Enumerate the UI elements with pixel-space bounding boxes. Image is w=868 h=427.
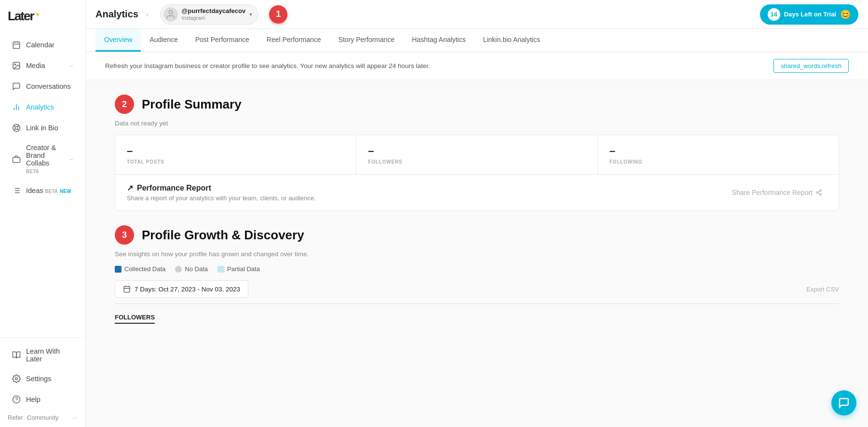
svg-point-10 xyxy=(15,126,18,129)
share-icon xyxy=(815,189,822,196)
trial-label: Days Left on Trial xyxy=(784,11,836,18)
sidebar-item-label: Media xyxy=(26,62,45,69)
help-icon xyxy=(12,395,21,404)
sidebar-item-media[interactable]: Media → xyxy=(4,55,81,76)
chat-fab-icon xyxy=(838,397,850,409)
legend-partial: Partial Data xyxy=(217,265,260,273)
sidebar-item-calendar[interactable]: Calendar xyxy=(4,35,81,55)
account-selector[interactable]: @purrfectdaycafecov Instagram ▾ xyxy=(160,4,259,25)
breadcrumb-chevron: › xyxy=(146,11,149,18)
creator-icon xyxy=(12,154,21,164)
sidebar: Later ✦ Calendar Media → Conversations xyxy=(0,0,86,427)
sidebar-item-label: Analytics xyxy=(26,103,54,111)
legend-no-data: No Data xyxy=(175,265,208,273)
growth-header: 3 Profile Growth & Discovery xyxy=(115,225,839,245)
trend-up-icon: ↗ xyxy=(127,183,133,193)
tab-overview[interactable]: Overview xyxy=(95,29,141,52)
calendar-icon xyxy=(123,285,131,293)
perf-report-title-text: Performance Report xyxy=(137,184,211,193)
main-content: Analytics › @purrfectdaycafecov Instagra… xyxy=(86,0,868,427)
data-status: Data not ready yet xyxy=(115,120,839,127)
sidebar-item-label: Help xyxy=(26,396,41,403)
tab-hashtag-analytics[interactable]: Hashtag Analytics xyxy=(403,29,474,52)
sidebar-item-analytics[interactable]: Analytics xyxy=(4,97,81,117)
sidebar-item-creator-brand[interactable]: Creator & Brand Collabs BETA → xyxy=(4,138,81,180)
sidebar-item-conversations[interactable]: Conversations xyxy=(4,76,81,96)
perf-report-title-row: ↗ Performance Report xyxy=(127,183,727,193)
partial-dot xyxy=(217,266,224,273)
svg-line-13 xyxy=(17,125,19,127)
data-legend: Collected Data No Data Partial Data xyxy=(115,265,839,273)
perf-report-info: ↗ Performance Report Share a report of y… xyxy=(127,183,727,202)
stat-value-followers: – xyxy=(368,145,585,157)
tab-linkin-bio[interactable]: Linkin.bio Analytics xyxy=(475,29,549,52)
growth-title: Profile Growth & Discovery xyxy=(142,228,304,243)
date-range-picker[interactable]: 7 Days: Oct 27, 2023 - Nov 03, 2023 xyxy=(115,280,248,298)
stat-total-posts: – TOTAL POSTS xyxy=(115,135,356,174)
sidebar-item-label: Creator & Brand Collabs BETA xyxy=(26,144,64,175)
no-data-dot xyxy=(175,266,182,273)
sidebar-item-learn[interactable]: Learn With Later xyxy=(4,342,81,368)
conversations-icon xyxy=(12,82,21,91)
banner-text: Refresh your Instagram business or creat… xyxy=(105,62,430,69)
refresh-button[interactable]: shared_words.refresh xyxy=(773,59,849,73)
notification-badge[interactable]: 1 xyxy=(269,5,287,24)
sidebar-item-ideas[interactable]: Ideas BETA NEW xyxy=(4,180,81,201)
account-platform: Instagram xyxy=(182,15,246,21)
profile-summary-header: 2 Profile Summary xyxy=(115,95,839,114)
sidebar-item-label: Settings xyxy=(26,375,51,383)
ideas-icon xyxy=(12,186,21,195)
community-link[interactable]: Community xyxy=(27,414,59,421)
svg-point-5 xyxy=(14,64,15,65)
account-avatar xyxy=(163,7,178,22)
tab-story-performance[interactable]: Story Performance xyxy=(330,29,404,52)
profile-summary-section: 2 Profile Summary Data not ready yet – T… xyxy=(86,80,868,216)
media-icon xyxy=(12,61,21,70)
analytics-icon xyxy=(12,102,21,112)
share-report-label: Share Performance Report xyxy=(732,189,813,196)
tab-audience[interactable]: Audience xyxy=(141,29,186,52)
trial-days-number: 14 xyxy=(768,8,780,21)
page-content: Refresh your Instagram business or creat… xyxy=(86,52,868,427)
sidebar-footer: Refer Community ··· xyxy=(0,410,85,425)
sidebar-item-label: Conversations xyxy=(26,83,71,90)
profile-summary-title: Profile Summary xyxy=(142,97,242,112)
share-report-button[interactable]: Share Performance Report xyxy=(727,186,827,199)
logo-text: Later xyxy=(8,9,34,24)
tab-reel-performance[interactable]: Reel Performance xyxy=(258,29,330,52)
trial-emoji: 😊 xyxy=(840,9,851,20)
collected-dot xyxy=(115,266,122,273)
stat-label-posts: TOTAL POSTS xyxy=(127,159,344,165)
svg-rect-0 xyxy=(13,42,20,49)
media-arrow: → xyxy=(68,63,74,69)
divider xyxy=(115,303,839,304)
stat-value-posts: – xyxy=(127,145,344,157)
creator-arrow: → xyxy=(68,156,74,162)
sidebar-item-help[interactable]: Help xyxy=(4,389,81,410)
export-csv-button[interactable]: Export CSV xyxy=(806,286,839,293)
svg-point-22 xyxy=(15,378,18,380)
tabs-bar: Overview Audience Post Performance Reel … xyxy=(86,29,868,52)
sidebar-item-settings[interactable]: Settings xyxy=(4,369,81,389)
svg-rect-31 xyxy=(124,287,130,292)
stat-followers: – FOLLOWERS xyxy=(356,135,597,174)
stat-following: – FOLLOWING xyxy=(598,135,839,174)
page-title: Analytics xyxy=(95,9,138,20)
nav-section: Calendar Media → Conversations Analytics xyxy=(0,32,85,337)
followers-section-label: FOLLOWERS xyxy=(115,314,155,324)
more-options[interactable]: ··· xyxy=(72,414,78,421)
refer-link[interactable]: Refer xyxy=(8,414,23,421)
chat-fab[interactable] xyxy=(831,390,856,415)
growth-description: See insights on how your profile has gro… xyxy=(115,250,839,258)
trial-badge[interactable]: 14 Days Left on Trial 😊 xyxy=(760,4,858,25)
section-number-3: 3 xyxy=(115,225,134,245)
tab-post-performance[interactable]: Post Performance xyxy=(187,29,258,52)
link-icon xyxy=(12,123,21,133)
account-username: @purrfectdaycafecov xyxy=(182,7,246,15)
sidebar-logo[interactable]: Later ✦ xyxy=(0,0,85,32)
performance-report-row: ↗ Performance Report Share a report of y… xyxy=(115,175,839,210)
stat-label-followers: FOLLOWERS xyxy=(368,159,585,165)
sidebar-item-link-in-bio[interactable]: Link in Bio xyxy=(4,118,81,138)
svg-point-26 xyxy=(820,190,822,192)
account-info: @purrfectdaycafecov Instagram xyxy=(182,7,246,21)
